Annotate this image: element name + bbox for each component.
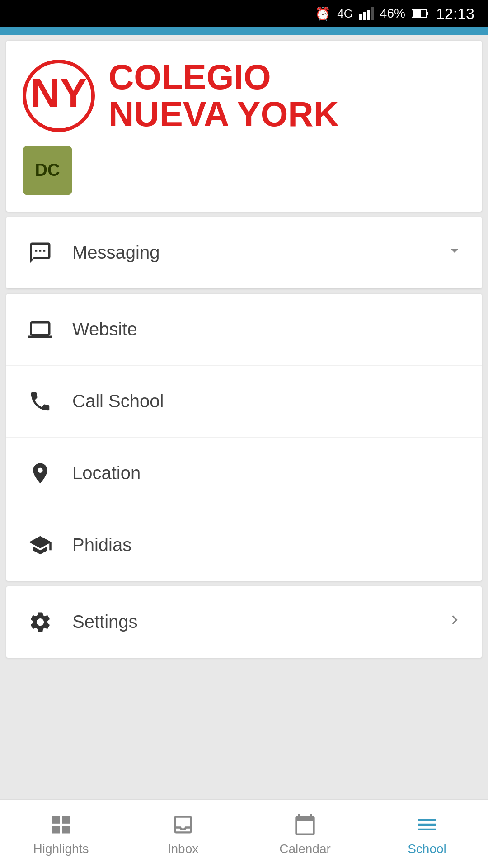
status-icons: ⏰ 4G 46%: [315, 6, 429, 21]
call-school-item[interactable]: Call School: [6, 366, 482, 438]
location-label: Location: [72, 463, 464, 483]
nav-item-calendar[interactable]: Calendar: [244, 800, 366, 868]
settings-item[interactable]: Settings: [6, 586, 482, 658]
svg-rect-0: [359, 14, 362, 20]
network-indicator: 4G: [337, 7, 353, 21]
nav-item-school[interactable]: School: [366, 800, 488, 868]
school-logo-icon: NY: [23, 60, 95, 132]
location-icon: [24, 458, 56, 489]
settings-card[interactable]: Settings: [6, 586, 482, 658]
signal-icon: [359, 7, 374, 20]
phone-icon: [24, 386, 56, 417]
settings-chevron-icon: [446, 611, 464, 633]
svg-rect-10: [62, 816, 70, 823]
accent-bar: [0, 27, 488, 35]
messaging-icon: [24, 237, 56, 269]
call-school-label: Call School: [72, 391, 464, 411]
svg-rect-5: [413, 10, 421, 17]
messaging-label: Messaging: [72, 242, 446, 263]
nav-item-inbox[interactable]: Inbox: [122, 800, 244, 868]
messaging-item[interactable]: Messaging: [6, 217, 482, 288]
messaging-card[interactable]: Messaging: [6, 217, 482, 288]
svg-rect-6: [427, 12, 428, 15]
school-nav-label: School: [408, 842, 446, 856]
phidias-label: Phidias: [72, 535, 464, 555]
svg-rect-9: [52, 816, 60, 823]
svg-text:NY: NY: [30, 71, 87, 116]
battery-percentage: 46%: [380, 6, 405, 21]
battery-icon: [412, 9, 429, 19]
inbox-icon: [170, 812, 196, 837]
header-card: NY COLEGIO NUEVA YORK DC: [6, 41, 482, 212]
svg-rect-12: [62, 826, 70, 833]
main-menu-card: Website Call School Location Phidias: [6, 294, 482, 581]
bottom-nav: Highlights Inbox Calendar School: [0, 799, 488, 868]
grid-icon: [48, 812, 74, 837]
svg-rect-1: [363, 12, 366, 20]
status-bar: ⏰ 4G 46% 12:13: [0, 0, 488, 27]
svg-rect-3: [371, 7, 374, 20]
alarm-icon: ⏰: [315, 6, 331, 21]
graduation-icon: [24, 529, 56, 561]
logo-area: NY COLEGIO NUEVA YORK: [23, 59, 465, 133]
highlights-nav-label: Highlights: [33, 842, 89, 856]
nav-item-highlights[interactable]: Highlights: [0, 800, 122, 868]
calendar-nav-label: Calendar: [279, 842, 331, 856]
inbox-nav-label: Inbox: [168, 842, 199, 856]
avatar: DC: [23, 146, 72, 195]
laptop-icon: [24, 314, 56, 345]
status-time: 12:13: [436, 5, 474, 23]
settings-label: Settings: [72, 612, 446, 632]
phidias-item[interactable]: Phidias: [6, 509, 482, 581]
svg-rect-11: [52, 826, 60, 833]
messaging-chevron-icon: [446, 241, 464, 264]
school-menu-icon: [414, 812, 440, 837]
svg-rect-2: [367, 10, 370, 20]
website-item[interactable]: Website: [6, 294, 482, 366]
location-item[interactable]: Location: [6, 438, 482, 509]
school-name: COLEGIO NUEVA YORK: [108, 59, 339, 133]
website-label: Website: [72, 319, 464, 340]
calendar-icon: [292, 812, 318, 837]
gear-icon: [24, 606, 56, 638]
